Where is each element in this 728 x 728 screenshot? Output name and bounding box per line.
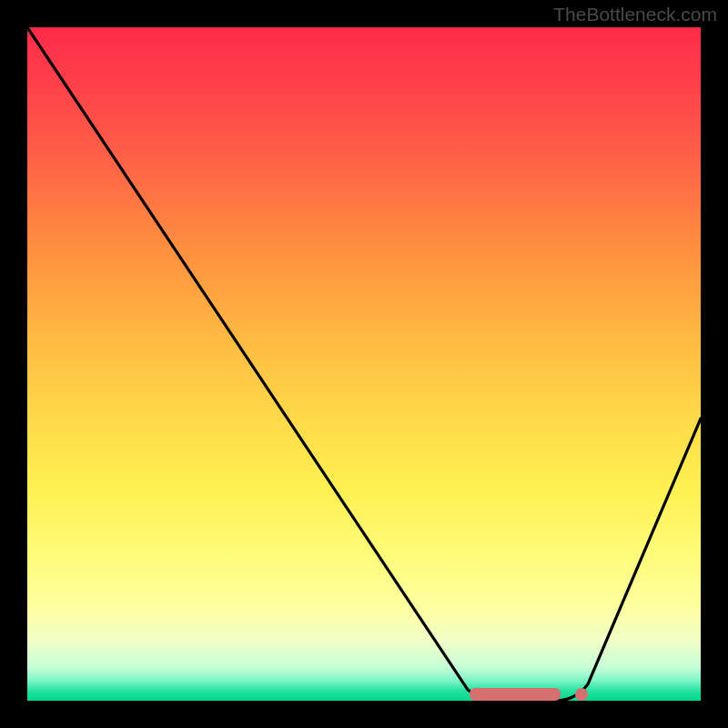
- valley-flat-marker: [470, 688, 561, 701]
- valley-end-dot: [575, 688, 588, 701]
- chart-plot-area: [27, 27, 701, 701]
- curve-path: [27, 27, 701, 701]
- watermark-text: TheBottleneck.com: [553, 4, 717, 25]
- bottleneck-curve: [27, 27, 701, 701]
